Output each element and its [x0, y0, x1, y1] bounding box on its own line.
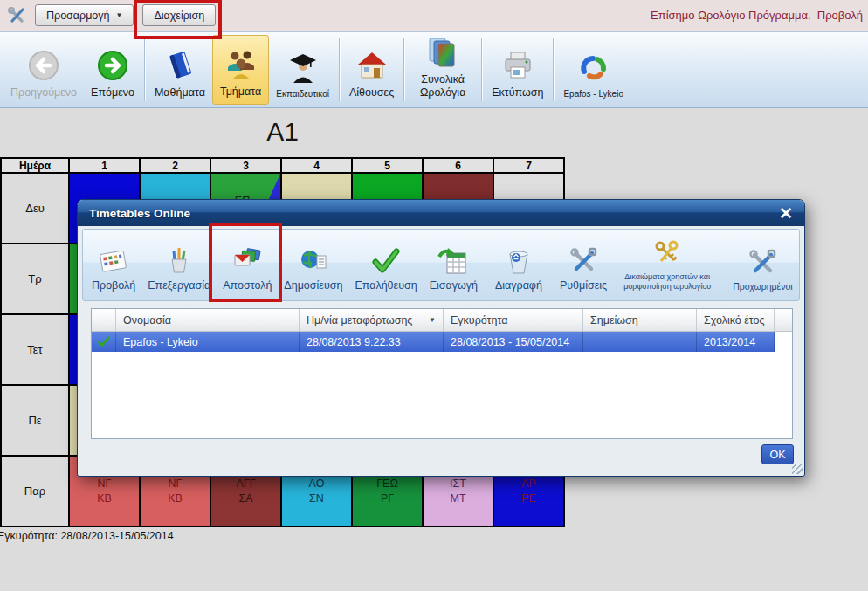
settings-button[interactable]: Ρυθμίσεις	[554, 231, 613, 299]
row-filler	[775, 332, 792, 352]
timetables-stack-icon	[425, 35, 460, 70]
day-label: Παρ	[2, 457, 70, 527]
row-school-year-cell: 2013/2014	[697, 332, 775, 352]
permissions-button[interactable]: Δικαιώματα χρηστών και μορφοποίηση ωρολο…	[613, 231, 721, 299]
publish-button[interactable]: Δημοσίευση	[278, 231, 348, 299]
list-header: Ονομασία Ημ/νία μεταφόρτωσης ▼ Εγκυρότητ…	[92, 309, 792, 332]
column-header-filler	[775, 309, 792, 331]
column-header: 4	[282, 159, 353, 174]
toolbar-divider	[481, 38, 482, 101]
resize-grip[interactable]	[792, 464, 803, 474]
chevron-down-icon: ▼	[116, 11, 123, 19]
sync-button[interactable]: Epafos - Lykeio	[556, 35, 630, 105]
column-header: 5	[353, 159, 424, 174]
teacher-code: ΣΝ	[309, 491, 324, 506]
row-status-cell	[92, 332, 116, 352]
lesson-code: ΑΓΓ	[236, 477, 255, 491]
column-header: 3	[211, 159, 282, 174]
lesson-code: ΓΕΩ	[376, 477, 398, 491]
ok-button[interactable]: OK	[761, 444, 794, 464]
column-header-upload-date[interactable]: Ημ/νία μεταφόρτωσης ▼	[300, 309, 444, 331]
column-header-status[interactable]	[92, 309, 116, 331]
next-button[interactable]: Επόμενο	[84, 35, 141, 105]
sort-desc-icon: ▼	[429, 316, 436, 324]
pencils-cup-icon	[163, 245, 195, 277]
trash-icon	[503, 245, 534, 277]
row-note-cell	[583, 332, 697, 352]
check-icon	[97, 335, 110, 348]
day-label: Τετ	[2, 315, 70, 386]
toolbar-divider	[339, 38, 340, 101]
check-icon	[370, 245, 402, 277]
import-button[interactable]: Εισαγωγή	[424, 231, 484, 299]
lesson-code: ΝΓ	[98, 477, 112, 491]
teacher-code: ΚΒ	[168, 491, 183, 506]
column-header: 6	[424, 159, 494, 174]
column-header-validity[interactable]: Εγκυρότητα	[444, 309, 583, 331]
close-icon[interactable]: ✕	[779, 205, 793, 222]
lesson-code: ΑΟ	[309, 477, 325, 491]
toolbar-divider	[553, 38, 554, 101]
column-header-school-year[interactable]: Σχολικό έτος	[697, 309, 775, 331]
edit-button[interactable]: Επεξεργασία	[141, 231, 217, 299]
send-button[interactable]: Αποστολή	[217, 231, 278, 299]
sync-arrows-icon	[576, 51, 611, 86]
row-name-cell: Epafos - Lykeio	[116, 332, 300, 352]
day-label: Πε	[2, 386, 70, 457]
globe-document-icon	[298, 245, 329, 277]
toolbar-divider	[144, 38, 145, 101]
envelopes-icon	[231, 245, 263, 277]
dialog-titlebar[interactable]: Timetables Online ✕	[78, 200, 804, 226]
day-label: Τρ	[2, 244, 70, 315]
customize-label: Προσαρμογή	[46, 10, 110, 22]
day-label: Δευ	[2, 174, 70, 244]
teacher-code: ΡΕ	[521, 491, 536, 506]
row-upload-date-cell: 28/08/2013 9:22:33	[300, 332, 444, 352]
tools-icon	[568, 245, 599, 277]
lesson-code: ΑΡ	[521, 477, 536, 491]
teacher-code: ΚΒ	[97, 491, 112, 506]
calendar-grid-icon	[98, 245, 129, 277]
view-mode-text: Επίσημο Ωρολόγιο Πρόγραμμα. Προβολή	[651, 9, 863, 22]
column-header-name[interactable]: Ονομασία	[116, 309, 300, 331]
column-header: 2	[141, 159, 211, 174]
top-menu-bar: Προσαρμογή ▼ Διαχείριση Επίσημο Ωρολόγιο…	[0, 0, 868, 31]
teachers-button[interactable]: Εκπαιδευτικοί	[269, 35, 336, 105]
table-row[interactable]: Epafos - Lykeio 28/08/2013 9:22:33 28/08…	[92, 332, 792, 352]
teacher-code: ΡΓ	[381, 491, 394, 506]
previous-icon	[26, 48, 61, 83]
manage-button[interactable]: Διαχείριση	[142, 4, 216, 26]
teacher-code: ΣΑ	[238, 491, 252, 506]
validity-status: Εγκυρότητα: 28/08/2013-15/05/2014	[0, 530, 174, 542]
verify-button[interactable]: Επαλήθευση	[348, 231, 423, 299]
printer-icon	[500, 48, 535, 83]
graduate-icon	[286, 51, 320, 86]
advanced-button[interactable]: Προχωρημένοι	[727, 231, 799, 299]
print-button[interactable]: Εκτύπωση	[485, 35, 550, 105]
next-icon	[95, 48, 130, 83]
classes-button[interactable]: Τμήματα	[212, 35, 269, 105]
row-validity-cell: 28/08/2013 - 15/05/2014	[444, 332, 583, 352]
view-button[interactable]: Προβολή	[86, 231, 141, 299]
people-group-icon	[224, 47, 258, 82]
table-import-icon	[437, 245, 469, 277]
dialog-title: Timetables Online	[89, 207, 190, 220]
tools-icon	[747, 247, 778, 278]
toolbar-divider	[403, 38, 404, 101]
timetables-list: Ονομασία Ημ/νία μεταφόρτωσης ▼ Εγκυρότητ…	[91, 308, 793, 439]
delete-button[interactable]: Διαγραφή	[489, 231, 548, 299]
teacher-code: ΜΤ	[450, 491, 465, 506]
manage-label: Διαχείριση	[154, 10, 204, 22]
house-icon	[355, 48, 389, 83]
customize-button[interactable]: Προσαρμογή ▼	[35, 4, 134, 26]
rooms-button[interactable]: Αίθουσες	[342, 35, 401, 105]
tools-icon	[7, 6, 26, 25]
previous-button[interactable]: Προηγούμενο	[3, 35, 84, 105]
column-header: Ημέρα	[2, 159, 70, 174]
column-header: 1	[70, 159, 141, 174]
column-header-note[interactable]: Σημείωση	[583, 309, 697, 331]
book-icon	[162, 48, 197, 83]
all-timetables-button[interactable]: Συνολικά Ωρολόγια	[407, 35, 479, 105]
lesson-code: ΝΓ	[169, 477, 183, 491]
courses-button[interactable]: Μαθήματα	[148, 35, 212, 105]
